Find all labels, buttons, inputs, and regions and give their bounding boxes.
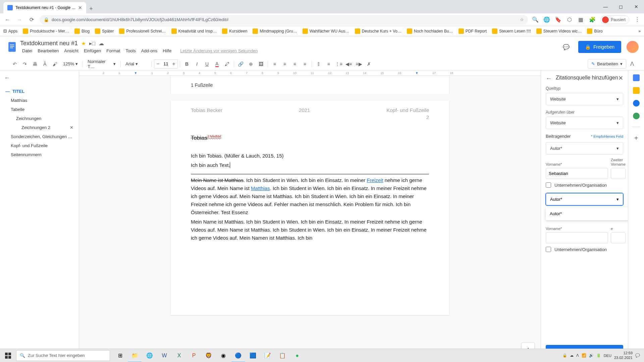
font-select[interactable]: Arial▾	[123, 60, 150, 68]
ruler[interactable]: 21▼12345678910111213141516▼1718	[79, 70, 541, 76]
bookmark-item[interactable]: PDF Report	[459, 28, 487, 34]
link-matthias[interactable]: Matthias	[251, 185, 270, 191]
delete-author-icon[interactable]: 🗑	[627, 196, 628, 202]
decrease-font-button[interactable]: −	[154, 60, 161, 68]
edge-icon[interactable]: 🌐	[142, 349, 157, 362]
menu-insert[interactable]: Einfügen	[82, 48, 103, 54]
bookmark-item[interactable]: Professionell Schrei…	[119, 28, 166, 34]
editing-mode-button[interactable]: ✎ Bearbeiten ▾	[588, 59, 626, 69]
comment-history-icon[interactable]: 💬	[559, 40, 573, 54]
bookmark-item[interactable]: Kursideen	[222, 28, 247, 34]
star-icon[interactable]: ★	[81, 40, 86, 47]
outline-item[interactable]: Zeichnungen	[4, 114, 75, 123]
spotify-icon[interactable]: ●	[290, 349, 305, 362]
bookmark-item[interactable]: Büro	[587, 28, 602, 34]
comment-icon[interactable]: ⊕	[246, 59, 256, 69]
bookmark-item[interactable]: Mindmapping (Gru…	[253, 28, 297, 34]
notification-icon[interactable]: 💬	[635, 353, 640, 358]
menu-help[interactable]: Hilfe	[161, 48, 173, 54]
middlename-input-2[interactable]	[611, 232, 626, 243]
menu-icon[interactable]: ⋮	[634, 16, 641, 23]
volume-icon[interactable]: 🔊	[589, 353, 594, 358]
tray-icon[interactable]: 🔒	[562, 353, 567, 358]
excel-icon[interactable]: X	[172, 349, 186, 362]
accessed-select[interactable]: Website ▾	[546, 117, 623, 129]
italic-icon[interactable]: I	[192, 59, 202, 69]
outline-item[interactable]: Matthias	[4, 96, 75, 105]
panel-close-icon[interactable]: ✕	[618, 74, 623, 82]
align-right-icon[interactable]: ≡	[290, 59, 300, 69]
clock[interactable]: 12:59 23.02.2021	[614, 351, 633, 360]
ext-icon[interactable]: ▦	[578, 16, 584, 23]
word-icon[interactable]: W	[157, 349, 172, 362]
explorer-icon[interactable]: 📁	[127, 349, 142, 362]
outline-item[interactable]: Seitennummern	[4, 150, 75, 159]
menu-file[interactable]: Datei	[20, 48, 34, 54]
outdent-icon[interactable]: ◀≡	[344, 59, 354, 69]
spellcheck-icon[interactable]: Ǎ	[40, 59, 50, 69]
menu-tools[interactable]: Tools	[123, 48, 138, 54]
add-addon-icon[interactable]: +	[634, 134, 638, 142]
indent-icon[interactable]: ≡▶	[354, 59, 364, 69]
outline-item[interactable]: TITEL	[4, 87, 75, 96]
font-size-input[interactable]	[162, 61, 170, 66]
align-center-icon[interactable]: ≡	[280, 59, 289, 69]
profile-button[interactable]: Pausiert	[600, 15, 629, 24]
language-indicator[interactable]: DEU	[604, 354, 611, 358]
undo-icon[interactable]: ↶	[10, 59, 19, 69]
zoom-icon[interactable]: 🔍	[532, 16, 539, 23]
outline-item[interactable]: Tabelle	[4, 105, 75, 114]
bookmark-item[interactable]: ⚃Apps	[3, 29, 17, 34]
bookmark-item[interactable]: Später	[95, 28, 114, 34]
menu-view[interactable]: Ansicht	[62, 48, 80, 54]
collapse-toolbar-icon[interactable]: ᐱ	[630, 61, 634, 67]
panel-back-icon[interactable]: ←	[546, 75, 552, 82]
bookmark-item[interactable]: Produktsuche - Mer…	[23, 28, 69, 34]
role-select-1[interactable]: Autor* ▾	[546, 142, 623, 155]
source-type-select[interactable]: Website ▾	[546, 93, 623, 105]
outline-item[interactable]: Kopf- und Fußzeile	[4, 141, 75, 150]
translate-icon[interactable]: 🌐	[543, 16, 550, 23]
clear-format-icon[interactable]: ✗	[364, 59, 374, 69]
firstname-input-1[interactable]	[546, 168, 608, 179]
increase-font-button[interactable]: +	[170, 60, 177, 68]
browser-tab-active[interactable]: Textdokument neu #1 - Google … ✕	[3, 2, 86, 13]
org-checkbox-2[interactable]	[546, 247, 551, 252]
remove-outline-icon[interactable]: ✕	[70, 125, 73, 130]
outline-item[interactable]: Sonderzeichen, Gleichungen …	[4, 132, 75, 141]
move-folder-icon[interactable]: ▸□	[89, 40, 95, 47]
link-freizeit[interactable]: Freizeit	[367, 177, 383, 183]
underline-icon[interactable]: U	[202, 59, 212, 69]
numbered-list-icon[interactable]: ≡	[324, 59, 333, 69]
image-icon[interactable]: 🖼	[256, 59, 266, 69]
tray-chevron-icon[interactable]: ᐱ	[576, 353, 579, 358]
page-header[interactable]: Tobias Becker 2021 Kopf- und Fußzeile	[171, 101, 449, 114]
middlename-input-1[interactable]	[611, 168, 626, 179]
bookmark-item[interactable]: Noch hochladen Bu…	[407, 28, 453, 34]
obs-icon[interactable]: ◉	[216, 349, 231, 362]
brave-icon[interactable]: 🦁	[201, 349, 216, 362]
menu-edit[interactable]: Bearbeiten	[36, 48, 61, 54]
close-window-icon[interactable]: ✕	[629, 0, 644, 13]
paint-format-icon[interactable]: 🖌	[50, 59, 60, 69]
highlight-icon[interactable]: 🖍	[222, 59, 232, 69]
puzzle-icon[interactable]: 🧩	[589, 16, 596, 23]
firstname-input-2[interactable]	[546, 232, 608, 243]
role-select-2[interactable]: Autor* ▾	[546, 193, 623, 205]
back-icon[interactable]: ←	[3, 16, 11, 24]
bookmark-item[interactable]: Blog	[74, 28, 90, 34]
notepad-icon[interactable]: 📝	[260, 349, 275, 362]
edge-new-icon[interactable]: 🟦	[246, 349, 260, 362]
print-icon[interactable]: 🖶	[30, 59, 40, 69]
task-view-icon[interactable]: ⊞	[113, 349, 127, 362]
powerpoint-icon[interactable]: P	[186, 349, 201, 362]
tasks-icon[interactable]	[633, 100, 640, 107]
align-left-icon[interactable]: ≡	[270, 59, 279, 69]
align-justify-icon[interactable]: ≡	[300, 59, 310, 69]
menu-addons[interactable]: Add-ons	[139, 48, 159, 54]
url-field[interactable]: 🔒 docs.google.com/document/d/1hUH8k6h7Lb…	[40, 15, 528, 24]
bookmark-overflow[interactable]: »	[638, 29, 641, 34]
bookmark-item[interactable]: Steuern Videos wic…	[536, 28, 582, 34]
new-tab-button[interactable]: +	[86, 4, 96, 13]
bookmark-ext-icon[interactable]: 🔖	[555, 16, 561, 23]
